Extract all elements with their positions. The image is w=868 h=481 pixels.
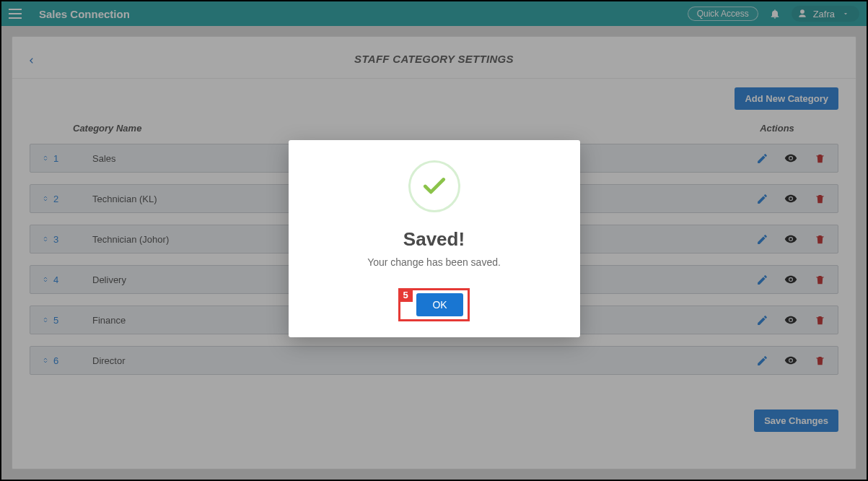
ok-annotation-box: 5 OK — [398, 288, 469, 321]
annotation-badge: 5 — [398, 288, 412, 302]
modal-subtitle: Your change has been saved. — [307, 256, 561, 268]
modal-title: Saved! — [307, 228, 561, 251]
success-check-icon — [408, 160, 460, 212]
ok-button[interactable]: OK — [416, 293, 463, 316]
saved-modal: Saved! Your change has been saved. 5 OK — [289, 140, 580, 337]
